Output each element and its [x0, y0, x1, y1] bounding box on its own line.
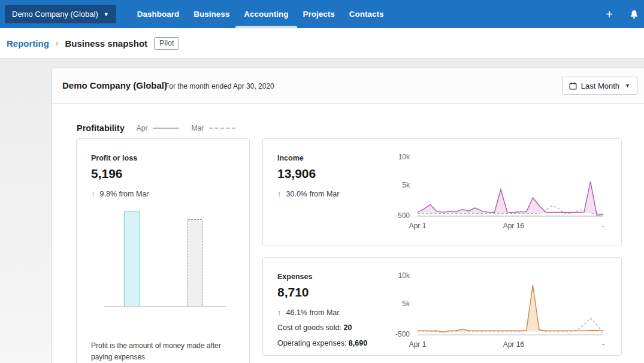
- breadcrumb: Reporting › Business snapshot Pilot: [0, 28, 644, 59]
- metric-title: Expenses: [277, 273, 312, 281]
- x-axis-tick: Apr 16: [503, 222, 524, 230]
- metric-value: 13,906: [277, 167, 316, 181]
- legend-item-apr: Apr: [137, 124, 180, 132]
- bar-apr: [124, 211, 140, 306]
- expenses-line-chart: [418, 276, 603, 335]
- date-range-label: Last Month: [581, 81, 619, 90]
- report-period: For the month ended Apr 30, 2020: [165, 82, 274, 90]
- y-axis-tick: 10k: [350, 153, 410, 161]
- legend-solid-line: [153, 128, 179, 129]
- calendar-icon: [569, 82, 577, 90]
- section-title: Profitability: [77, 123, 125, 133]
- arrow-up-icon: ↑: [277, 189, 282, 198]
- legend-item-mar: Mar: [191, 124, 235, 132]
- y-axis-tick: 5k: [350, 181, 410, 189]
- breadcrumb-separator: ›: [56, 38, 59, 48]
- page-title: Business snapshot: [65, 38, 148, 49]
- org-selector[interactable]: Demo Company (Global) ▼: [5, 5, 116, 23]
- y-axis-tick: 5k: [350, 300, 410, 308]
- expenses-card: Expenses 8,710 ↑ 46.1% from Mar Cost of …: [262, 257, 622, 356]
- report-company-name: Demo Company (Global): [62, 80, 167, 90]
- metric-value: 5,196: [91, 167, 123, 181]
- bar-mar: [187, 219, 203, 306]
- y-axis-tick: -500: [350, 211, 410, 220]
- metric-title: Income: [277, 154, 304, 162]
- legend-dashed-line: [209, 128, 235, 129]
- profit-bar-chart: Apr5.20kMar4.73k: [104, 208, 226, 307]
- org-selector-label: Demo Company (Global): [12, 10, 98, 19]
- profit-footnote: Profit is the amount of money made after…: [91, 340, 242, 362]
- x-axis-tick: -: [602, 222, 604, 230]
- metric-change: ↑ 9.8% from Mar: [91, 189, 149, 198]
- breadcrumb-reporting-link[interactable]: Reporting: [7, 38, 49, 49]
- x-axis-tick: Apr 1: [409, 340, 427, 349]
- chevron-down-icon: ▼: [625, 83, 630, 89]
- arrow-up-icon: ↑: [91, 189, 95, 198]
- pilot-badge: Pilot: [154, 37, 179, 50]
- arrow-up-icon: ↑: [277, 308, 282, 317]
- chevron-down-icon: ▼: [104, 11, 109, 17]
- cost-of-goods-sold: Cost of goods sold: 20: [277, 323, 352, 332]
- metric-change: ↑ 30.0% from Mar: [277, 189, 339, 198]
- income-card: Income 13,906 ↑ 30.0% from Mar 10k5k-500…: [262, 138, 622, 246]
- nav-item-contacts[interactable]: Contacts: [342, 0, 391, 28]
- business-snapshot-card: Demo Company (Global) For the month ende…: [52, 68, 644, 363]
- date-range-button[interactable]: Last Month ▼: [562, 77, 637, 95]
- add-new-icon[interactable]: +: [606, 8, 613, 20]
- profit-or-loss-card: Profit or loss 5,196 ↑ 9.8% from Mar Apr…: [76, 138, 250, 363]
- nav-right-actions: +: [606, 8, 644, 20]
- notifications-bell-icon[interactable]: [629, 9, 639, 20]
- nav-items: Dashboard Business Accounting Projects C…: [130, 0, 391, 28]
- operating-expenses: Operating expenses: 8,690: [277, 339, 367, 347]
- nav-item-projects[interactable]: Projects: [296, 0, 342, 28]
- nav-item-accounting[interactable]: Accounting: [237, 0, 295, 28]
- page-background: Demo Company (Global) For the month ende…: [0, 59, 644, 363]
- top-navigation: Demo Company (Global) ▼ Dashboard Busine…: [0, 0, 644, 28]
- income-line-chart: [418, 157, 603, 217]
- report-header: Demo Company (Global) For the month ende…: [52, 68, 644, 104]
- y-axis-tick: -500: [350, 330, 410, 338]
- x-axis-tick: Apr 16: [503, 340, 524, 349]
- profitability-section-header: Profitability Apr Mar: [77, 123, 235, 133]
- x-axis-tick: Apr 1: [409, 222, 427, 230]
- metric-change: ↑ 46.1% from Mar: [277, 308, 339, 317]
- metric-title: Profit or loss: [91, 154, 137, 162]
- y-axis-tick: 10k: [350, 271, 410, 280]
- nav-item-dashboard[interactable]: Dashboard: [130, 0, 187, 28]
- x-axis-tick: -: [602, 340, 604, 349]
- nav-item-business[interactable]: Business: [186, 0, 237, 28]
- metric-value: 8,710: [277, 285, 309, 300]
